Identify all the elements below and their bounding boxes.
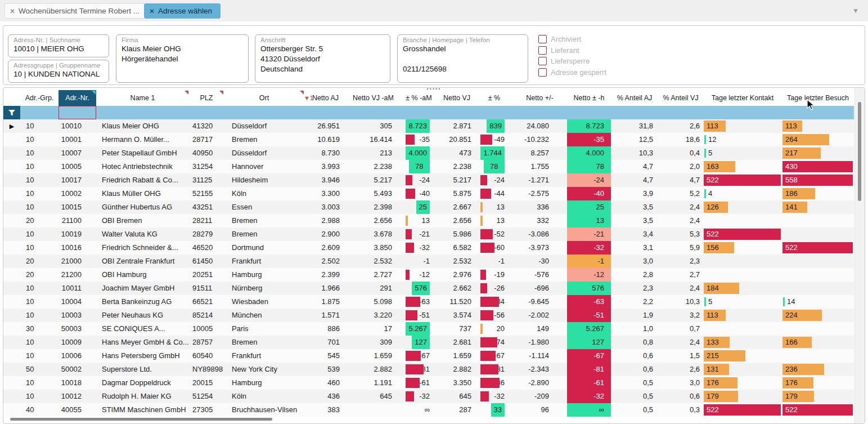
filter-cell-netto_diff[interactable] <box>512 106 567 119</box>
table-row[interactable]: 1010006Hans Petersberg GmbH60540Frankfur… <box>3 349 854 363</box>
cell-text: 4.000 <box>586 149 604 157</box>
netto_vj-cell: 2.238 <box>438 160 476 173</box>
tab-active[interactable]: ✕Adresse wählen <box>144 3 221 19</box>
address-nr-suchname-field[interactable]: Adress-Nr. | Suchname 10010 | MEIER OHG <box>8 34 109 57</box>
cell-text: 20 <box>26 257 34 265</box>
column-header-nr[interactable]: Adr.-Nr. <box>59 90 96 106</box>
column-header-besuch[interactable]: Tage letzter Besuch <box>782 90 854 106</box>
pct-cell: -60 <box>476 241 512 255</box>
column-header-netto_diff[interactable]: Netto +/- <box>512 90 567 106</box>
filter-cell-grp[interactable] <box>20 106 59 119</box>
grp-cell: 10 <box>20 295 59 309</box>
column-header-name[interactable]: Name 1 <box>96 90 189 106</box>
table-row[interactable]: 2021100OBI Bremen28211Bremen2.9882.65613… <box>3 214 854 227</box>
checkbox[interactable] <box>538 68 547 77</box>
checkbox[interactable] <box>538 57 547 65</box>
table-row[interactable]: 1010018Dagmar Doppeldruck20015Hamburg460… <box>3 376 854 390</box>
table-row[interactable]: 2021200OBI Hamburg20251Hamburg2.3992.727… <box>3 268 854 282</box>
filter-cell-pct[interactable] <box>476 106 512 119</box>
netto-delta-cell: -67 <box>567 349 611 363</box>
column-header-ort[interactable]: Ort▼1 <box>224 90 304 106</box>
cell-text: 10 <box>26 189 34 198</box>
filter-funnel-icon[interactable] <box>3 106 20 119</box>
table-row[interactable]: 1010019Walter Valuta KG28279Bremen2.9003… <box>3 227 854 241</box>
table-row[interactable]: 3050003SE CONIQUES A...10005Paris886175.… <box>3 322 854 336</box>
column-header-netto_h[interactable]: Netto ± -h <box>567 90 611 106</box>
chevron-down-icon[interactable]: ▼ <box>852 7 859 15</box>
close-tab-icon[interactable]: ✕ <box>10 7 15 15</box>
filter-cell-kontakt[interactable] <box>703 106 782 119</box>
cell-text: 2.882 <box>453 365 471 373</box>
column-header-netto_aj[interactable]: Netto AJ <box>304 90 347 106</box>
table-row[interactable]: 1010009Hans Meyer GmbH & Co...28757Breme… <box>3 336 854 349</box>
checkbox[interactable] <box>538 46 547 55</box>
row-gutter <box>3 146 20 160</box>
column-header-grp[interactable]: Adr.-Grp. <box>20 90 59 106</box>
cell-text: -26 <box>494 284 505 292</box>
filter-cell-netto_vj_am[interactable] <box>347 106 400 119</box>
table-row[interactable]: 1010017Friedrich Rabatt & Co...31125Hild… <box>3 173 854 187</box>
nr-cell: 21000 <box>59 255 96 268</box>
tab-item[interactable]: ✕Wochenübersicht Termine Robert ... <box>5 3 148 19</box>
table-row[interactable]: 1010012Rudolph H. Maier KG51254Köln43664… <box>3 390 854 403</box>
column-header-plz[interactable]: PLZ <box>189 90 224 106</box>
ort-cell: Hamburg <box>224 376 304 390</box>
filter-cell-anteil_aj[interactable] <box>611 106 658 119</box>
table-row[interactable]: ▶1010010Klaus Meier OHG41320Düsseldorf26… <box>3 119 854 133</box>
table-row[interactable]: 2021000OBI Zentrale Frankfurt61450Frankf… <box>3 255 854 268</box>
filter-cell-netto_vj[interactable] <box>438 106 476 119</box>
table-row[interactable]: 1010011Joachim Mayer GmbH91511Nürnberg1.… <box>3 282 854 295</box>
table-row[interactable]: 1010016Friedrich Schneider &...46520Dort… <box>3 241 854 255</box>
filter-cell-netto_aj[interactable] <box>304 106 347 119</box>
filter-cell-pct_am[interactable] <box>400 106 438 119</box>
filter-cell-ort[interactable] <box>224 106 304 119</box>
cell-text: 1,9 <box>643 311 653 319</box>
column-header-netto_vj_am[interactable]: Netto VJ -aM <box>347 90 400 106</box>
anschrift-field[interactable]: Anschrift Ottersberger Str. 5 41320 Düss… <box>255 34 390 83</box>
table-row[interactable]: 1010015Günther Hubertus AG43251Essen3.00… <box>3 200 854 214</box>
vertical-scrollbar-thumb[interactable] <box>858 102 861 201</box>
cell-text: Peter Stapellauf GmbH <box>102 149 177 157</box>
table-row[interactable]: 1010004Berta Bankeinzug AG66521Wiesbaden… <box>3 295 854 309</box>
adressgruppe-field[interactable]: Adressgruppe | Gruppenname 10 | KUNDEN N… <box>8 60 109 83</box>
cell-text: 176 <box>707 376 719 390</box>
table-row[interactable]: 1010007Peter Stapellauf GmbH40950Düsseld… <box>3 146 854 160</box>
filter-cell-netto_h[interactable] <box>567 106 611 119</box>
cell-text: 25 <box>416 200 430 214</box>
cell-text: Wiesbaden <box>232 297 268 306</box>
column-header-kontakt[interactable]: Tage letzter Kontakt <box>703 90 782 106</box>
vertical-scrollbar[interactable] <box>854 88 865 423</box>
column-header-anteil_aj[interactable]: % Anteil AJ <box>611 90 658 106</box>
filter-cell-nr[interactable] <box>59 106 96 119</box>
table-row[interactable]: 1010001Hermann O. Müller...28717Bremen10… <box>3 133 854 146</box>
column-header-pct_am[interactable]: ± % -aM <box>400 90 438 106</box>
cell-text: -24 <box>494 176 505 184</box>
table-row[interactable]: 5050002Superstore Ltd.NY89898New York Ci… <box>3 363 854 376</box>
firma-field[interactable]: Firma Klaus Meier OHG Hörgerätehandel <box>116 34 249 83</box>
column-header-anteil_vj[interactable]: % Anteil VJ <box>658 90 703 106</box>
horizontal-scrollbar-thumb[interactable] <box>10 418 272 421</box>
cell-text: 10012 <box>61 392 82 400</box>
column-header-label: PLZ <box>200 94 213 102</box>
table-row[interactable]: 1010005Hotec Antriebstechnik31254Hannove… <box>3 160 854 173</box>
anteil_vj-cell: 3,0 <box>658 376 703 390</box>
column-header-pct[interactable]: ± % <box>476 90 512 106</box>
filter-cell-anteil_vj[interactable] <box>658 106 703 119</box>
table-row[interactable]: 4040055STIMM Maschinen GmbH27305Bruchhau… <box>3 403 854 417</box>
column-header-netto_vj[interactable]: Netto VJ <box>438 90 476 106</box>
nr-cell: 10007 <box>59 146 96 160</box>
column-header-gutter[interactable] <box>3 90 20 106</box>
filter-cell-plz[interactable] <box>189 106 224 119</box>
pct-cell: 20 <box>476 322 512 336</box>
filter-cell-name[interactable] <box>96 106 189 119</box>
row-gutter <box>3 390 20 403</box>
branche-homepage-telefon-field[interactable]: Branche | Homepage | Telefon Grosshandel… <box>397 34 528 83</box>
filter-cell-besuch[interactable] <box>782 106 854 119</box>
cell-text: 10007 <box>61 149 82 157</box>
close-tab-icon[interactable]: ✕ <box>149 7 155 15</box>
table-row[interactable]: 1010002Klaus Müller OHG52155Köln3.3005.4… <box>3 187 854 200</box>
checkbox[interactable] <box>538 35 547 43</box>
netto-delta-cell: 8.723 <box>567 119 611 133</box>
column-header-label: % Anteil VJ <box>663 94 698 102</box>
table-row[interactable]: 1010003Peter Neuhaus KG85214München1.571… <box>3 309 854 322</box>
